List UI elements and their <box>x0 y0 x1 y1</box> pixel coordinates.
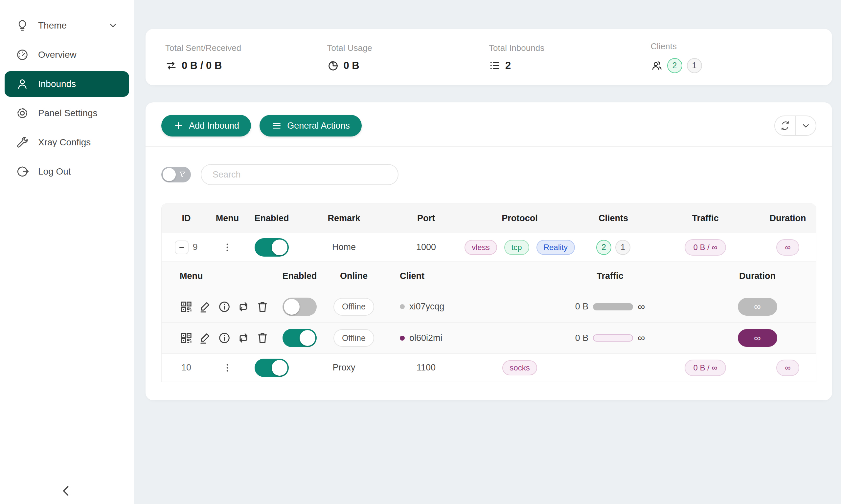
inbound-remark: Home <box>299 242 388 252</box>
client-row-xi07ycqg: Offline xi07ycqg 0 B ∞ ∞ <box>161 291 816 322</box>
inbound-enabled-toggle[interactable] <box>255 359 289 377</box>
main-content: Total Sent/Received 0 B / 0 B Total Usag… <box>134 0 841 504</box>
refresh-split-button <box>774 115 817 136</box>
sub-col-menu: Menu <box>180 271 275 281</box>
inbound-id: 9 <box>192 242 198 252</box>
col-menu: Menu <box>211 213 244 223</box>
sidebar-item-theme[interactable]: Theme <box>5 13 129 38</box>
sub-table-header-row: Menu Enabled Online Client Traffic Durat… <box>161 262 816 291</box>
delete-icon[interactable] <box>256 300 269 313</box>
protocol-tag-reality: Reality <box>536 240 575 255</box>
three-dots-vertical-icon <box>222 242 233 253</box>
col-remark: Remark <box>299 213 388 223</box>
sidebar-item-panel-settings[interactable]: Panel Settings <box>5 101 129 126</box>
inbounds-table: ID Menu Enabled Remark Port Protocol Cli… <box>161 203 817 382</box>
collapse-row-button[interactable] <box>175 240 189 254</box>
sidebar-item-inbounds[interactable]: Inbounds <box>5 71 129 97</box>
people-icon <box>651 60 663 72</box>
client-enabled-toggle[interactable] <box>282 329 317 347</box>
client-color-dot <box>400 336 405 341</box>
refresh-dropdown-button[interactable] <box>795 116 816 135</box>
inbound-remark: Proxy <box>299 363 388 373</box>
user-icon <box>16 77 29 91</box>
inbound-id: 10 <box>181 363 191 373</box>
col-protocol: Protocol <box>464 213 576 223</box>
toolbar: Add Inbound General Actions <box>161 115 817 137</box>
sidebar-item-label: Overview <box>38 50 118 60</box>
stat-value: 0 B <box>344 60 359 72</box>
col-duration: Duration <box>759 213 816 223</box>
duration-badge[interactable]: ∞ <box>738 329 777 347</box>
table-header-row: ID Menu Enabled Remark Port Protocol Cli… <box>161 204 816 233</box>
chevron-down-icon <box>108 21 118 31</box>
client-enabled-toggle[interactable] <box>282 298 317 316</box>
plus-icon <box>173 121 184 131</box>
reset-traffic-icon[interactable] <box>237 331 250 344</box>
traffic-pill[interactable]: 0 B / ∞ <box>685 239 726 256</box>
dashboard-icon <box>16 48 29 61</box>
traffic-used: 0 B <box>575 333 589 343</box>
sub-col-client: Client <box>383 271 521 281</box>
client-color-dot <box>400 304 405 309</box>
list-icon <box>489 60 501 72</box>
col-traffic: Traffic <box>651 213 759 223</box>
sidebar-item-label: Theme <box>38 20 108 31</box>
inbounds-panel: Add Inbound General Actions <box>145 102 832 400</box>
row-menu-button[interactable] <box>221 360 234 376</box>
inbound-enabled-toggle[interactable] <box>255 238 289 257</box>
stat-label: Total Usage <box>327 43 489 53</box>
add-inbound-button[interactable]: Add Inbound <box>161 115 251 137</box>
chevron-left-icon[interactable] <box>59 484 73 498</box>
duration-pill[interactable]: ∞ <box>776 360 799 376</box>
reset-traffic-icon[interactable] <box>237 300 250 313</box>
pie-chart-icon <box>327 60 339 72</box>
inbound-row-10: 10 Proxy 1100 socks 0 B / ∞ <box>161 354 816 382</box>
stat-total-usage: Total Usage 0 B <box>327 43 489 72</box>
traffic-progress-bar <box>593 303 633 310</box>
edit-icon[interactable] <box>199 300 212 313</box>
search-input[interactable] <box>201 164 398 185</box>
clients-inactive-badge: 1 <box>615 240 631 255</box>
protocol-tag-tcp: tcp <box>504 240 529 255</box>
duration-pill[interactable]: ∞ <box>776 239 799 256</box>
wrench-icon <box>16 136 29 149</box>
delete-icon[interactable] <box>256 331 269 344</box>
filter-funnel-icon <box>178 170 187 179</box>
three-dots-vertical-icon <box>222 362 233 373</box>
stat-total-inbounds: Total Inbounds 2 <box>489 43 651 72</box>
row-menu-button[interactable] <box>221 239 234 255</box>
online-status-badge: Offline <box>333 298 374 316</box>
client-name: ol60i2mi <box>409 333 443 343</box>
protocol-tag-socks: socks <box>502 360 537 375</box>
stat-value: 2 <box>505 60 511 72</box>
traffic-cap: ∞ <box>638 301 645 313</box>
traffic-cap: ∞ <box>638 332 645 344</box>
traffic-pill[interactable]: 0 B / ∞ <box>685 360 726 376</box>
client-row-ol60i2mi: Offline ol60i2mi 0 B ∞ ∞ <box>161 322 816 354</box>
edit-icon[interactable] <box>199 331 212 344</box>
stat-label: Clients <box>651 41 813 52</box>
stat-label: Total Inbounds <box>489 43 651 53</box>
sidebar-item-overview[interactable]: Overview <box>5 42 129 68</box>
clients-sub-table: Menu Enabled Online Client Traffic Durat… <box>161 262 816 354</box>
sidebar-item-xray-configs[interactable]: Xray Configs <box>5 130 129 155</box>
qrcode-icon[interactable] <box>180 300 193 313</box>
inbound-row-9: 9 Home 1000 vless tcp Reality <box>161 233 816 262</box>
sidebar-item-log-out[interactable]: Log Out <box>5 159 129 184</box>
stats-card: Total Sent/Received 0 B / 0 B Total Usag… <box>145 29 832 85</box>
clients-active-badge: 2 <box>667 58 682 73</box>
qrcode-icon[interactable] <box>180 331 193 344</box>
duration-badge[interactable]: ∞ <box>738 298 777 316</box>
refresh-icon <box>780 121 790 131</box>
inbound-port: 1000 <box>388 242 464 252</box>
sub-col-duration: Duration <box>699 271 816 281</box>
info-icon[interactable] <box>218 300 231 313</box>
logout-icon <box>16 165 29 178</box>
refresh-button[interactable] <box>775 116 795 135</box>
filter-toggle[interactable] <box>161 167 191 182</box>
general-actions-button[interactable]: General Actions <box>259 115 362 137</box>
info-icon[interactable] <box>218 331 231 344</box>
stat-value: 0 B / 0 B <box>182 60 222 72</box>
online-status-badge: Offline <box>333 329 374 347</box>
stat-label: Total Sent/Received <box>165 43 327 53</box>
